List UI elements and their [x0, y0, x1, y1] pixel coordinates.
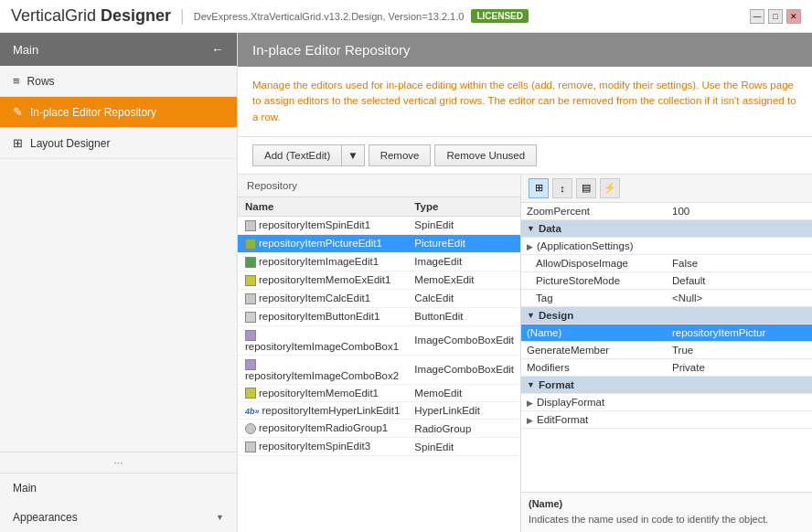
prop-scrollable[interactable]: ZoomPercent 100 ▼ Data: [521, 203, 812, 492]
calc-icon: [245, 293, 256, 304]
sidebar-back-icon[interactable]: ←: [211, 42, 224, 57]
prop-section-data-label: ▼ Data: [521, 219, 812, 237]
add-dropdown-button[interactable]: ▼: [341, 144, 364, 166]
prop-name-picturestoremode: PictureStoreMode: [521, 271, 667, 289]
title-bar: VerticalGrid Designer | DevExpress.XtraV…: [0, 0, 812, 33]
radio-icon: [245, 423, 256, 434]
title-version: DevExpress.XtraVerticalGrid.v13.2.Design…: [194, 11, 465, 22]
minimize-button[interactable]: —: [750, 9, 764, 24]
repo-row[interactable]: repositoryItemPictureEdit1PictureEdit: [238, 234, 520, 252]
repo-cell-name: repositoryItemCalcEdit1: [238, 289, 407, 307]
sidebar-dots: ···: [0, 452, 237, 473]
desc-rows-link[interactable]: Rows: [741, 80, 767, 90]
repo-cell-type: ImageEdit: [407, 252, 520, 271]
repo-cell-name: repositoryItemPictureEdit1: [238, 234, 407, 252]
close-button[interactable]: ✕: [786, 9, 801, 24]
prop-value-allowdispose[interactable]: False: [667, 254, 812, 271]
prop-name-generatemember: GenerateMember: [521, 341, 667, 358]
prop-row-allowdispose: AllowDisposeImage False: [521, 254, 812, 271]
expand-editformat-icon: ▶: [527, 416, 533, 425]
content-body: Repository Name Type repositoryItemSpinE…: [238, 175, 812, 532]
sidebar-item-rows[interactable]: ≡ Rows: [0, 66, 237, 97]
prop-name-tag: Tag: [521, 289, 667, 306]
repo-cell-type: MemoEdit: [407, 384, 520, 402]
repo-row[interactable]: repositoryItemSpinEdit1SpinEdit: [238, 216, 520, 234]
prop-name-name[interactable]: (Name): [521, 324, 667, 341]
prop-row-zoompercent: ZoomPercent 100: [521, 203, 812, 220]
col-type-header: Type: [407, 197, 520, 217]
combo-icon: [245, 359, 256, 370]
spinEdit-icon: [245, 442, 256, 452]
section-format-text: Format: [539, 379, 574, 390]
repo-row[interactable]: repositoryItemCalcEdit1CalcEdit: [238, 289, 520, 307]
prop-grid-btn[interactable]: ▤: [576, 178, 596, 198]
maximize-button[interactable]: □: [768, 9, 783, 24]
repo-row[interactable]: repositoryItemMemoExEdit1MemoExEdit: [238, 271, 520, 289]
prop-name-appsettings[interactable]: ▶(ApplicationSettings): [521, 237, 812, 254]
prop-name-editformat[interactable]: ▶EditFormat: [521, 410, 812, 428]
prop-name-displayformat[interactable]: ▶DisplayFormat: [521, 393, 812, 410]
sidebar-item-inplace-label: In-place Editor Repository: [30, 106, 156, 119]
remove-unused-button[interactable]: Remove Unused: [434, 144, 537, 166]
button-icon: [245, 312, 256, 323]
prop-footer: (Name) Indicates the name used in code t…: [521, 492, 812, 532]
add-button[interactable]: Add (TextEdit): [252, 144, 341, 166]
desc-text1: Manage the editors used for in-place edi…: [252, 80, 741, 90]
prop-value-zoom[interactable]: 100: [667, 203, 812, 220]
repo-row[interactable]: repositoryItemMemoEdit1MemoEdit: [238, 384, 520, 402]
sidebar-bottom: Main Appearances ▼: [0, 473, 237, 532]
repo-row[interactable]: repositoryItemImageComboBox1ImageComboBo…: [238, 325, 520, 355]
repo-cell-name: repositoryItemSpinEdit1: [238, 216, 407, 234]
sidebar: Main ← ≡ Rows ✎ In-place Editor Reposito…: [0, 33, 238, 532]
prop-row-modifiers: Modifiers Private: [521, 358, 812, 376]
memo-icon: [245, 388, 256, 399]
sidebar-bottom-main-label: Main: [13, 482, 37, 495]
repo-cell-type: SpinEdit: [407, 438, 520, 456]
repo-row[interactable]: repositoryItemImageEdit1ImageEdit: [238, 252, 520, 271]
prop-value-picturestoremode[interactable]: Default: [667, 271, 812, 289]
repo-cell-type: ImageComboBoxEdit: [407, 355, 520, 384]
spinEdit-icon: [245, 220, 256, 231]
prop-row-generatemember: GenerateMember True: [521, 341, 812, 358]
prop-value-name[interactable]: repositoryItemPictur: [667, 324, 812, 341]
repo-row[interactable]: repositoryItemSpinEdit3SpinEdit: [238, 438, 520, 456]
repo-cell-name: repositoryItemButtonEdit1: [238, 307, 407, 325]
section-data-collapse-icon: ▼: [527, 224, 535, 233]
toolbar: Add (TextEdit) ▼ Remove Remove Unused: [238, 137, 812, 175]
repo-row[interactable]: 4b»repositoryItemHyperLinkEdit1HyperLink…: [238, 402, 520, 420]
prop-events-btn[interactable]: ⚡: [600, 178, 620, 198]
repo-row[interactable]: repositoryItemImageComboBox2ImageComboBo…: [238, 355, 520, 384]
main-layout: Main ← ≡ Rows ✎ In-place Editor Reposito…: [0, 33, 812, 532]
repository-scroll[interactable]: Name Type repositoryItemSpinEdit1SpinEdi…: [238, 197, 520, 532]
picture-icon: [245, 239, 256, 250]
prop-row-picturestoremode: PictureStoreMode Default: [521, 271, 812, 289]
remove-button[interactable]: Remove: [369, 144, 432, 166]
prop-value-modifiers[interactable]: Private: [667, 358, 812, 376]
repo-cell-name: repositoryItemMemoExEdit1: [238, 271, 407, 289]
repo-cell-name: 4b»repositoryItemHyperLinkEdit1: [238, 402, 407, 420]
repo-row[interactable]: repositoryItemRadioGroup1RadioGroup: [238, 420, 520, 438]
repo-cell-type: CalcEdit: [407, 289, 520, 307]
hyperlink-icon: 4b»: [245, 407, 260, 416]
sidebar-bottom-main[interactable]: Main: [0, 473, 237, 503]
prop-categorized-btn[interactable]: ⊞: [529, 178, 549, 198]
prop-row-tag: Tag <Null>: [521, 289, 812, 306]
prop-value-tag[interactable]: <Null>: [667, 289, 812, 306]
sidebar-item-layout[interactable]: ⊞ Layout Designer: [0, 128, 237, 159]
sidebar-item-inplace[interactable]: ✎ In-place Editor Repository: [0, 97, 237, 128]
repo-row[interactable]: repositoryItemButtonEdit1ButtonEdit: [238, 307, 520, 325]
sidebar-spacer: [0, 159, 237, 452]
image-icon: [245, 257, 256, 268]
sidebar-bottom-arrow: ▼: [216, 513, 224, 522]
section-format-collapse-icon: ▼: [527, 380, 535, 389]
prop-name-zoom: ZoomPercent: [521, 203, 667, 220]
sidebar-bottom-appearances[interactable]: Appearances ▼: [0, 503, 237, 532]
prop-value-generatemember[interactable]: True: [667, 341, 812, 358]
prop-table: ZoomPercent 100 ▼ Data: [521, 203, 812, 429]
prop-sorted-btn[interactable]: ↕: [552, 178, 572, 198]
app-title: VerticalGrid Designer: [11, 6, 171, 26]
repo-cell-name: repositoryItemRadioGroup1: [238, 420, 407, 438]
prop-section-design-label: ▼ Design: [521, 306, 812, 324]
section-design-collapse-icon: ▼: [527, 311, 535, 320]
expand-displayformat-icon: ▶: [527, 399, 533, 408]
